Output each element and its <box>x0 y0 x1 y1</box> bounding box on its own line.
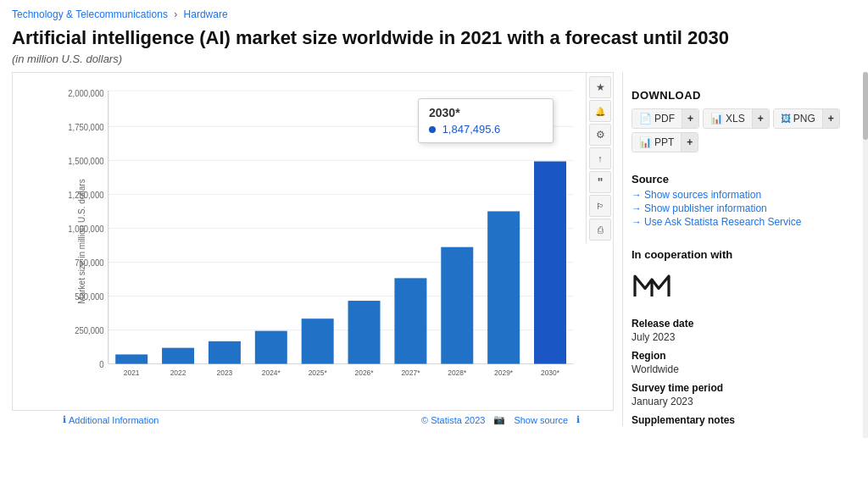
chart-tooltip: 2030* 1,847,495.6 <box>418 98 554 143</box>
statista-label: © Statista 2023 <box>421 415 485 425</box>
region-label: Region <box>632 350 860 362</box>
info-icon: ℹ <box>576 414 580 425</box>
survey-period-value: January 2023 <box>632 396 860 407</box>
quote-button[interactable]: " <box>589 171 611 193</box>
right-sidebar: DOWNLOAD 📄 PDF + 📊 XLS + <box>622 72 868 438</box>
source-section: Source Show sources information Show pub… <box>632 164 860 228</box>
bar-2023[interactable] <box>209 341 241 364</box>
download-buttons: 📄 PDF + 📊 XLS + 🖼 <box>632 108 860 152</box>
show-source[interactable]: Show source <box>514 415 568 425</box>
bar-2026[interactable] <box>348 301 381 363</box>
png-label: PNG <box>793 113 815 125</box>
xls-download-button[interactable]: 📊 XLS + <box>703 108 770 129</box>
print-button[interactable]: ⎙ <box>589 219 611 241</box>
svg-text:2028*: 2028* <box>448 368 467 377</box>
settings-button[interactable]: ⚙ <box>589 124 611 146</box>
source-title: Source <box>632 173 860 186</box>
png-download-button[interactable]: 🖼 PNG + <box>773 108 840 129</box>
svg-text:2,000,000: 2,000,000 <box>68 89 104 98</box>
bar-2027[interactable] <box>394 279 426 364</box>
release-date-value: July 2023 <box>632 331 860 343</box>
region-value: Worldwide <box>632 363 860 375</box>
tooltip-year: 2030* <box>429 106 542 119</box>
svg-text:2021: 2021 <box>124 368 140 377</box>
xls-label: XLS <box>726 113 745 125</box>
page-subtitle: (in million U.S. dollars) <box>0 51 868 72</box>
svg-text:250,000: 250,000 <box>75 326 104 335</box>
bar-2028[interactable] <box>441 247 473 364</box>
svg-text:2026*: 2026* <box>355 368 375 377</box>
bar-2024[interactable] <box>255 331 287 364</box>
alert-button[interactable]: 🔔 <box>589 100 611 122</box>
additional-info[interactable]: ℹ Additional Information <box>63 414 159 425</box>
breadcrumb-category[interactable]: Technology & Telecommunications <box>12 8 168 20</box>
show-sources-link[interactable]: Show sources information <box>632 189 860 201</box>
svg-text:2030*: 2030* <box>541 368 560 377</box>
tooltip-dot <box>429 126 436 133</box>
ppt-download-button[interactable]: 📊 PPT + <box>632 132 698 152</box>
breadcrumb: Technology & Telecommunications › Hardwa… <box>0 0 868 24</box>
svg-text:2027*: 2027* <box>401 368 420 377</box>
svg-text:1,750,000: 1,750,000 <box>68 123 104 132</box>
release-date-section: Release date July 2023 Region Worldwide … <box>632 314 860 426</box>
release-date-label: Release date <box>632 318 860 330</box>
camera-icon: 📷 <box>493 414 505 425</box>
y-axis-label: Market size in million U.S. dollars <box>77 180 86 304</box>
scrollbar-track <box>863 72 868 438</box>
bar-2030[interactable] <box>534 162 566 364</box>
download-title: DOWNLOAD <box>632 80 860 102</box>
scrollbar-thumb[interactable] <box>863 72 868 140</box>
page-title: Artificial intelligence (AI) market size… <box>0 24 868 51</box>
svg-text:2024*: 2024* <box>262 368 281 377</box>
bar-2025[interactable] <box>302 319 334 364</box>
download-section: DOWNLOAD 📄 PDF + 📊 XLS + <box>632 72 860 152</box>
cooperation-section: In cooperation with <box>632 240 860 302</box>
tooltip-value: 1,847,495.6 <box>429 123 542 136</box>
bar-2029[interactable] <box>487 212 520 364</box>
show-publisher-link[interactable]: Show publisher information <box>632 202 860 214</box>
favorite-button[interactable]: ★ <box>589 76 611 98</box>
cooperation-logo <box>632 269 672 300</box>
svg-text:0: 0 <box>99 360 104 369</box>
bar-2022[interactable] <box>162 348 194 364</box>
svg-text:2022: 2022 <box>170 368 186 377</box>
pdf-label: PDF <box>654 113 675 125</box>
supplementary-label: Supplementary notes <box>632 414 860 426</box>
sidebar-content: DOWNLOAD 📄 PDF + 📊 XLS + <box>622 72 868 426</box>
svg-text:2025*: 2025* <box>309 368 328 377</box>
pdf-download-button[interactable]: 📄 PDF + <box>632 108 699 129</box>
chart-container: ★ 🔔 ⚙ ↑ " 🏳 ⎙ 2030* 1,847,495.6 Market s… <box>12 72 614 411</box>
svg-text:1,500,000: 1,500,000 <box>68 157 104 166</box>
chart-area: ★ 🔔 ⚙ ↑ " 🏳 ⎙ 2030* 1,847,495.6 Market s… <box>0 72 622 438</box>
ask-statista-link[interactable]: Use Ask Statista Research Service <box>632 216 860 228</box>
chart-toolbar: ★ 🔔 ⚙ ↑ " 🏳 ⎙ <box>586 73 613 244</box>
chart-footer: ℹ Additional Information © Statista 2023… <box>12 411 614 425</box>
svg-text:2029*: 2029* <box>494 368 514 377</box>
bar-2021[interactable] <box>115 355 147 364</box>
flag-button[interactable]: 🏳 <box>589 195 611 217</box>
ppt-label: PPT <box>654 136 674 148</box>
svg-text:2023: 2023 <box>217 368 233 377</box>
survey-period-label: Survey time period <box>632 382 860 394</box>
cooperation-title: In cooperation with <box>632 248 860 261</box>
breadcrumb-separator: › <box>174 8 177 20</box>
breadcrumb-subcategory[interactable]: Hardware <box>184 8 228 20</box>
share-button[interactable]: ↑ <box>589 147 611 169</box>
